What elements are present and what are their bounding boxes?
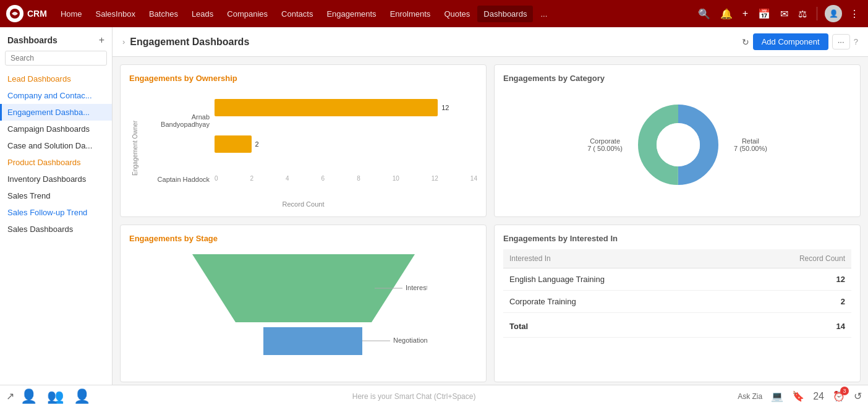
x-tick-5: 10 [393, 175, 399, 182]
email-icon[interactable]: ✉ [778, 6, 791, 22]
chart-category-title: Engagements by Category [503, 74, 851, 83]
nav-contacts[interactable]: Contacts [275, 6, 319, 22]
page-title: Engagement Dashboards [130, 36, 736, 48]
settings-icon[interactable]: ⚖ [796, 6, 809, 22]
number-icon[interactable]: 24 [813, 391, 824, 402]
nav-leads[interactable]: Leads [185, 6, 219, 22]
nav-companies[interactable]: Companies [221, 6, 274, 22]
more-options-button[interactable]: ··· [832, 34, 850, 49]
row-1-count: 2 [729, 291, 851, 313]
dashboard-grid: Engagements by Ownership Engagement Owne… [113, 57, 868, 385]
nav-divider [817, 7, 817, 20]
category-corporate-label: Corporate 7 ( 50.00%) [587, 137, 623, 152]
app-logo[interactable]: CRM [6, 5, 47, 22]
bottom-icon-2[interactable]: 👥 [47, 388, 64, 405]
nav-batches[interactable]: Batches [143, 6, 184, 22]
sidebar-item-sales-trend[interactable]: Sales Trend [0, 187, 112, 204]
top-navigation: CRM Home SalesInbox Batches Leads Compan… [0, 0, 868, 27]
row-1-label: Corporate Training [503, 291, 729, 313]
sidebar-item-engagement-dashboards[interactable]: Engagement Dashba... [0, 104, 112, 121]
interested-in-table: Interested In Record Count English Langu… [503, 249, 851, 338]
svg-text:Interested: Interested [406, 284, 427, 291]
sidebar-item-product[interactable]: Product Dashboards [0, 154, 112, 171]
x-tick-1: 2 [250, 175, 254, 182]
breadcrumb-arrow: › [122, 37, 125, 46]
add-component-button[interactable]: Add Component [753, 33, 828, 50]
nav-dashboards[interactable]: Dashboards [477, 6, 533, 22]
nav-home[interactable]: Home [54, 6, 88, 22]
sidebar-item-lead-dashboards[interactable]: Lead Dashboards [0, 71, 112, 87]
chart-ownership-title: Engagements by Ownership [129, 74, 477, 83]
content-header: › Engagement Dashboards ↻ Add Component … [113, 27, 868, 57]
total-count: 14 [729, 313, 851, 338]
refresh-icon[interactable]: ↻ [742, 37, 749, 47]
add-icon[interactable]: + [740, 6, 751, 22]
app-name: CRM [27, 9, 47, 19]
nav-quotes[interactable]: Quotes [438, 6, 476, 22]
bar-row-0: 12 [215, 99, 477, 116]
chart-category: Engagements by Category Corporate 7 ( 50… [494, 64, 861, 217]
sidebar: Dashboards + Lead Dashboards Company and… [0, 27, 113, 385]
sidebar-item-sales-dashboards[interactable]: Sales Dashboards [0, 221, 112, 238]
header-actions: ↻ Add Component ··· ? [742, 33, 858, 50]
back-icon[interactable]: ↺ [854, 390, 862, 402]
help-icon[interactable]: ? [854, 37, 858, 46]
funnel-container: Interested Negotiation [129, 249, 477, 373]
corporate-label: Corporate [590, 137, 620, 145]
corporate-count: 7 ( 50.00%) [587, 145, 623, 152]
calendar-icon[interactable]: 📅 [755, 6, 773, 22]
sidebar-header: Dashboards + [0, 33, 112, 51]
svg-rect-5 [263, 327, 362, 355]
topnav-icons: 🔍 🔔 + 📅 ✉ ⚖ 👤 ⋮ [696, 5, 862, 22]
retail-count: 7 (50.00%) [734, 145, 767, 152]
col-record-count: Record Count [729, 249, 851, 268]
x-tick-3: 6 [321, 175, 325, 182]
x-tick-4: 8 [357, 175, 360, 182]
nav-enrolments[interactable]: Enrolments [384, 6, 437, 22]
sidebar-item-sales-followup[interactable]: Sales Follow-up Trend [0, 204, 112, 221]
main-layout: Dashboards + Lead Dashboards Company and… [0, 27, 868, 385]
svg-text:Negotiation: Negotiation [393, 336, 427, 344]
total-label: Total [503, 313, 729, 338]
smart-chat-area: Here is your Smart Chat (Ctrl+Space) [96, 392, 731, 401]
clock-icon[interactable]: ⏰ 3 [833, 390, 845, 402]
bell-icon[interactable]: 🔔 [718, 6, 735, 22]
nav-more[interactable]: ... [534, 6, 553, 22]
search-icon[interactable]: 🔍 [696, 6, 713, 22]
row-0-label: English Language Training [503, 268, 729, 291]
funnel-svg: Interested Negotiation [180, 254, 427, 369]
sidebar-search-input[interactable] [5, 51, 107, 66]
bookmark-icon[interactable]: 🔖 [792, 390, 804, 402]
sidebar-item-inventory[interactable]: Inventory Dashboards [0, 171, 112, 187]
user-avatar[interactable]: 👤 [825, 5, 842, 22]
category-retail-label: Retail 7 (50.00%) [734, 137, 767, 152]
nav-salesinbox[interactable]: SalesInbox [90, 6, 142, 22]
table-row: Corporate Training 2 [503, 291, 851, 313]
bottom-right-icons: Ask Zia 💻 🔖 24 ⏰ 3 ↺ [738, 390, 862, 402]
chart-interested-title: Engagements by Interested In [503, 234, 851, 243]
nav-engagements[interactable]: Engagements [320, 6, 382, 22]
badge: 3 [840, 387, 849, 395]
chart-interested-in: Engagements by Interested In Interested … [494, 225, 861, 382]
chart-stage: Engagements by Stage Interested Negotiat… [120, 225, 487, 382]
logo-icon [6, 5, 23, 22]
retail-label: Retail [742, 137, 759, 145]
bar-label-1: Captain Haddock [143, 176, 210, 183]
svg-point-3 [657, 123, 700, 166]
bottom-left-icons: 👤 👥 👤 [20, 388, 90, 405]
content-area: › Engagement Dashboards ↻ Add Component … [113, 27, 868, 385]
sidebar-item-campaign[interactable]: Campaign Dashboards [0, 121, 112, 137]
sidebar-item-case-solution[interactable]: Case and Solution Da... [0, 137, 112, 154]
expand-icon[interactable]: ↗ [6, 390, 14, 402]
row-0-count: 12 [729, 268, 851, 291]
grid-icon[interactable]: ⋮ [847, 6, 862, 22]
sidebar-item-company-contact[interactable]: Company and Contac... [0, 87, 112, 104]
sidebar-title: Dashboards [7, 35, 57, 45]
x-tick-6: 12 [432, 175, 438, 182]
x-tick-0: 0 [215, 175, 218, 182]
sidebar-add-button[interactable]: + [99, 35, 104, 46]
bottom-icon-3[interactable]: 👤 [74, 388, 90, 405]
ask-zia-button[interactable]: Ask Zia [738, 392, 762, 401]
bottom-icon-1[interactable]: 👤 [20, 388, 37, 405]
screen-icon[interactable]: 💻 [771, 390, 783, 402]
